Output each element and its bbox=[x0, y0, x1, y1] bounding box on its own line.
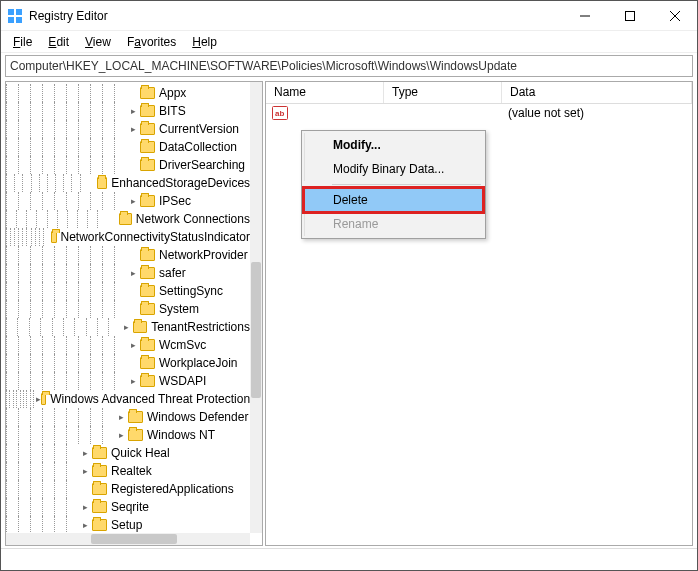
list-header: Name Type Data bbox=[266, 82, 692, 104]
tree-item-label: TenantRestrictions bbox=[151, 320, 250, 334]
tree-item[interactable]: safer bbox=[6, 264, 250, 282]
tree-item-label: DriverSearching bbox=[159, 158, 245, 172]
tree-twisty-none bbox=[126, 284, 140, 298]
folder-icon bbox=[140, 123, 155, 135]
tree-item[interactable]: Seqrite bbox=[6, 498, 250, 516]
svg-rect-3 bbox=[16, 17, 22, 23]
column-type[interactable]: Type bbox=[384, 82, 502, 103]
tree-item[interactable]: Setup bbox=[6, 516, 250, 533]
svg-rect-0 bbox=[8, 9, 14, 15]
column-data[interactable]: Data bbox=[502, 82, 692, 103]
tree-scrollbar-vertical[interactable] bbox=[250, 82, 262, 533]
tree-scrollbar-horizontal[interactable] bbox=[6, 533, 250, 545]
menu-edit[interactable]: Edit bbox=[42, 33, 75, 51]
tree-item[interactable]: Network Connections bbox=[6, 210, 250, 228]
folder-icon bbox=[140, 375, 155, 387]
chevron-right-icon[interactable] bbox=[78, 518, 92, 532]
ctx-modify[interactable]: Modify... bbox=[304, 133, 483, 157]
chevron-right-icon[interactable] bbox=[126, 104, 140, 118]
tree-item[interactable]: RegisteredApplications bbox=[6, 480, 250, 498]
tree-item[interactable]: Windows Advanced Threat Protection bbox=[6, 390, 250, 408]
folder-icon bbox=[140, 339, 155, 351]
chevron-right-icon[interactable] bbox=[114, 428, 128, 442]
tree-item[interactable]: System bbox=[6, 300, 250, 318]
tree-twisty-none bbox=[126, 86, 140, 100]
address-text: Computer\HKEY_LOCAL_MACHINE\SOFTWARE\Pol… bbox=[10, 59, 517, 73]
chevron-right-icon[interactable] bbox=[126, 122, 140, 136]
menu-help[interactable]: Help bbox=[186, 33, 223, 51]
column-name[interactable]: Name bbox=[266, 82, 384, 103]
folder-icon bbox=[119, 213, 132, 225]
minimize-button[interactable] bbox=[562, 1, 607, 31]
title-bar: Registry Editor bbox=[1, 1, 697, 31]
close-button[interactable] bbox=[652, 1, 697, 31]
list-pane: Name Type Data ab (value not set) Modify… bbox=[265, 81, 693, 546]
tree-item-label: Seqrite bbox=[111, 500, 149, 514]
registry-tree[interactable]: AppxBITSCurrentVersionDataCollectionDriv… bbox=[6, 82, 250, 533]
tree-item[interactable]: DataCollection bbox=[6, 138, 250, 156]
tree-item[interactable]: BITS bbox=[6, 102, 250, 120]
menu-file[interactable]: File bbox=[7, 33, 38, 51]
tree-item[interactable]: WcmSvc bbox=[6, 336, 250, 354]
folder-icon bbox=[92, 483, 107, 495]
chevron-right-icon[interactable] bbox=[78, 446, 92, 460]
tree-item[interactable]: Windows NT bbox=[6, 426, 250, 444]
tree-item[interactable]: IPSec bbox=[6, 192, 250, 210]
tree-item-label: IPSec bbox=[159, 194, 191, 208]
menu-view[interactable]: View bbox=[79, 33, 117, 51]
tree-twisty-none bbox=[126, 302, 140, 316]
chevron-right-icon[interactable] bbox=[126, 338, 140, 352]
folder-icon bbox=[140, 87, 155, 99]
svg-rect-5 bbox=[625, 11, 634, 20]
chevron-right-icon[interactable] bbox=[126, 194, 140, 208]
list-row[interactable]: ab (value not set) bbox=[266, 104, 692, 122]
tree-item-label: DataCollection bbox=[159, 140, 237, 154]
tree-item[interactable]: WSDAPI bbox=[6, 372, 250, 390]
chevron-right-icon[interactable] bbox=[114, 410, 128, 424]
status-bar bbox=[1, 548, 697, 570]
chevron-right-icon[interactable] bbox=[126, 266, 140, 280]
tree-item[interactable]: NetworkConnectivityStatusIndicator bbox=[6, 228, 250, 246]
chevron-right-icon[interactable] bbox=[78, 464, 92, 478]
folder-icon bbox=[92, 465, 107, 477]
tree-item-label: Setup bbox=[111, 518, 142, 532]
svg-text:ab: ab bbox=[275, 109, 284, 118]
folder-icon bbox=[140, 105, 155, 117]
tree-item[interactable]: SettingSync bbox=[6, 282, 250, 300]
tree-twisty-none bbox=[126, 248, 140, 262]
tree-item-label: NetworkConnectivityStatusIndicator bbox=[61, 230, 250, 244]
tree-item[interactable]: Realtek bbox=[6, 462, 250, 480]
tree-item-label: WcmSvc bbox=[159, 338, 206, 352]
chevron-right-icon[interactable] bbox=[78, 500, 92, 514]
tree-item[interactable]: DriverSearching bbox=[6, 156, 250, 174]
ctx-modify-binary[interactable]: Modify Binary Data... bbox=[304, 157, 483, 181]
folder-icon bbox=[140, 357, 155, 369]
tree-item[interactable]: Quick Heal bbox=[6, 444, 250, 462]
tree-item[interactable]: Appx bbox=[6, 84, 250, 102]
folder-icon bbox=[140, 159, 155, 171]
tree-twisty-none bbox=[88, 176, 97, 190]
tree-item-label: WorkplaceJoin bbox=[159, 356, 237, 370]
ctx-rename[interactable]: Rename bbox=[304, 212, 483, 236]
tree-item[interactable]: Windows Defender bbox=[6, 408, 250, 426]
chevron-right-icon[interactable] bbox=[120, 320, 133, 334]
folder-icon bbox=[51, 231, 57, 243]
folder-icon bbox=[140, 285, 155, 297]
tree-item-label: RegisteredApplications bbox=[111, 482, 234, 496]
tree-item[interactable]: EnhancedStorageDevices bbox=[6, 174, 250, 192]
ctx-delete[interactable]: Delete bbox=[304, 188, 483, 212]
tree-item-label: Quick Heal bbox=[111, 446, 170, 460]
tree-item[interactable]: TenantRestrictions bbox=[6, 318, 250, 336]
chevron-right-icon[interactable] bbox=[126, 374, 140, 388]
tree-item[interactable]: NetworkProvider bbox=[6, 246, 250, 264]
tree-item-label: Windows Defender bbox=[147, 410, 248, 424]
folder-icon bbox=[140, 195, 155, 207]
folder-icon bbox=[92, 501, 107, 513]
folder-icon bbox=[140, 141, 155, 153]
menu-favorites[interactable]: Favorites bbox=[121, 33, 182, 51]
address-bar[interactable]: Computer\HKEY_LOCAL_MACHINE\SOFTWARE\Pol… bbox=[5, 55, 693, 77]
ctx-separator bbox=[332, 184, 481, 185]
maximize-button[interactable] bbox=[607, 1, 652, 31]
tree-item[interactable]: CurrentVersion bbox=[6, 120, 250, 138]
tree-item[interactable]: WorkplaceJoin bbox=[6, 354, 250, 372]
